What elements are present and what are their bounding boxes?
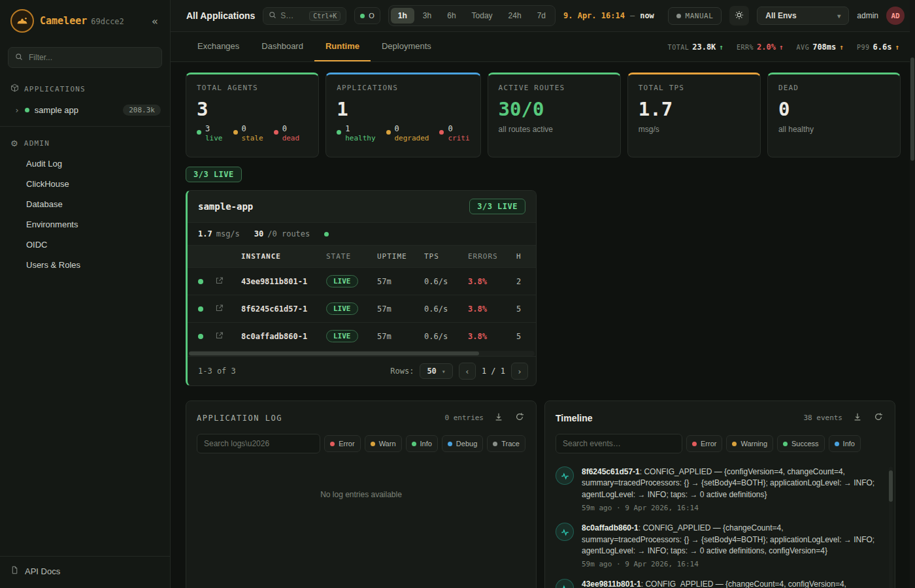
sidebar-item-audit-log[interactable]: Audit Log [0, 154, 170, 174]
timeline-event[interactable]: 8c0affadb860-1: CONFIG_APPLIED — {change… [556, 523, 878, 568]
table-header-row: INSTANCE STATE UPTIME TPS ERRORS H [188, 246, 536, 267]
rows-per-page-select[interactable]: 50 ▾ [420, 363, 452, 379]
download-button[interactable] [493, 411, 505, 425]
stat-value: 1.7 [639, 98, 750, 120]
status-dot [360, 14, 365, 18]
up-arrow-icon: ↑ [895, 43, 899, 52]
online-status-pill[interactable]: O [354, 7, 380, 24]
sidebar-filter-input[interactable] [27, 52, 155, 63]
manual-mode-label: MANUAL [686, 12, 714, 20]
tab-dashboard[interactable]: Dashboard [250, 32, 314, 61]
external-link-icon[interactable] [215, 304, 241, 314]
refresh-button[interactable] [514, 411, 525, 425]
status-dot [386, 130, 391, 135]
stat-card-applications: APPLICATIONS 1 1healthy 0degraded [325, 73, 480, 157]
log-filter-error[interactable]: Error [324, 435, 360, 452]
scrollbar-thumb[interactable] [189, 351, 479, 355]
theme-toggle-button[interactable] [729, 6, 749, 25]
admin-nav: Audit Log ClickHouse Database Environmen… [0, 154, 170, 275]
sidebar-item-sample-app[interactable]: › sample app 208.3k [0, 99, 170, 121]
external-link-icon[interactable] [215, 276, 241, 287]
tab-runtime[interactable]: Runtime [314, 32, 371, 61]
stat-value: 30/0 [499, 98, 610, 120]
time-range-6h[interactable]: 6h [440, 8, 463, 24]
table-row[interactable]: 8c0affadb860-1 LIVE 57m 0.6/s 3.8% 5 [188, 322, 536, 350]
download-button[interactable] [852, 411, 863, 425]
time-range-group: 1h 3h 6h Today 24h 7d [388, 5, 556, 26]
download-icon [853, 412, 862, 423]
brand: Cameleer 69dcce2 [40, 15, 142, 27]
refresh-button[interactable] [873, 411, 884, 425]
manual-mode-button[interactable]: MANUAL [668, 7, 722, 25]
document-icon [10, 566, 19, 576]
status-dot [198, 306, 203, 312]
env-select[interactable]: All Envs ▾ [757, 7, 849, 25]
app-tps-value: 1.7 [198, 229, 212, 238]
time-range-today[interactable]: Today [465, 8, 500, 24]
sidebar-item-users-roles[interactable]: Users & Roles [0, 255, 170, 275]
status-dot [330, 442, 335, 446]
instance-id: 8c0affadb860-1 [241, 332, 326, 341]
log-search-input[interactable] [197, 434, 320, 453]
time-to: now [640, 11, 654, 20]
col-state: STATE [326, 252, 377, 261]
timeline-filter-info[interactable]: Info [829, 435, 861, 452]
live-status-badge: 3/3 LIVE [469, 199, 525, 214]
camel-logo-icon [10, 9, 34, 33]
table-row[interactable]: 8f6245c61d57-1 LIVE 57m 0.6/s 3.8% 5 [188, 295, 536, 322]
scrollbar-thumb[interactable] [889, 470, 893, 502]
app-routes-suffix: /0 routes [267, 229, 310, 238]
stat-value: 3 [197, 98, 308, 120]
error-rate-value: 3.8% [468, 277, 516, 286]
tps-value: 0.6/s [424, 277, 468, 286]
sidebar-item-environments[interactable]: Environments [0, 214, 170, 235]
time-range-3h[interactable]: 3h [416, 8, 439, 24]
global-search-box[interactable]: S… Ctrl+K [263, 7, 346, 25]
app-tps-unit: msg/s [216, 229, 240, 238]
refresh-icon [874, 412, 883, 423]
sidebar-item-oidc[interactable]: OIDC [0, 235, 170, 255]
status-dot [439, 130, 444, 135]
scrollbar-thumb[interactable] [910, 57, 914, 161]
sidebar-item-clickhouse[interactable]: ClickHouse [0, 174, 170, 194]
stat-card-total-agents: TOTAL AGENTS 3 3live 0stale [186, 73, 319, 157]
sidebar-item-api-docs[interactable]: API Docs [0, 556, 170, 588]
rows-label: Rows: [390, 367, 414, 376]
time-window-display: 9. Apr. 16:14 — now [563, 11, 654, 20]
stat-subtitle: all routes active [499, 125, 610, 134]
stat-title: ACTIVE ROUTES [499, 84, 610, 92]
tps-value: 0.6/s [424, 332, 468, 341]
time-range-7d[interactable]: 7d [530, 8, 553, 24]
log-filter-debug[interactable]: Debug [442, 435, 483, 452]
timeline-title: Timeline [556, 413, 593, 423]
timeline-event-list: 8f6245c61d57-1: CONFIG_APPLIED — {config… [545, 461, 895, 588]
sidebar-item-database[interactable]: Database [0, 194, 170, 214]
tab-exchanges[interactable]: Exchanges [186, 32, 250, 61]
timeline-filter-warning[interactable]: Warning [726, 435, 773, 452]
table-row[interactable]: 43ee9811b801-1 LIVE 57m 0.6/s 3.8% 2 [188, 267, 536, 295]
external-link-icon[interactable] [215, 331, 241, 342]
collapse-sidebar-button[interactable]: « [148, 14, 162, 29]
log-filter-info[interactable]: Info [406, 435, 438, 452]
tab-deployments[interactable]: Deployments [371, 32, 442, 61]
up-arrow-icon: ↑ [719, 43, 724, 52]
timeline-filter-success[interactable]: Success [777, 435, 825, 452]
status-dot [448, 442, 452, 446]
api-docs-label: API Docs [25, 566, 60, 576]
time-range-1h[interactable]: 1h [391, 8, 414, 24]
prev-page-button[interactable]: ‹ [459, 363, 476, 380]
log-filter-trace[interactable]: Trace [487, 435, 525, 452]
tabbar: Exchanges Dashboard Runtime Deployments … [171, 32, 915, 62]
timeline-event[interactable]: 43ee9811b801-1: CONFIG_APPLIED — {change… [556, 579, 878, 588]
timeline-event[interactable]: 8f6245c61d57-1: CONFIG_APPLIED — {config… [556, 466, 878, 512]
col-errors: ERRORS [468, 252, 516, 261]
next-page-button[interactable]: › [511, 363, 528, 380]
log-filter-warn[interactable]: Warn [365, 435, 402, 452]
time-range-24h[interactable]: 24h [501, 8, 529, 24]
app-routes-value: 30 [254, 229, 263, 238]
log-search-row: Error Warn Info Debug [186, 433, 536, 461]
status-dot [274, 130, 278, 135]
timeline-search-input[interactable] [556, 434, 682, 453]
avatar[interactable]: AD [886, 7, 905, 25]
timeline-filter-error[interactable]: Error [686, 435, 722, 452]
